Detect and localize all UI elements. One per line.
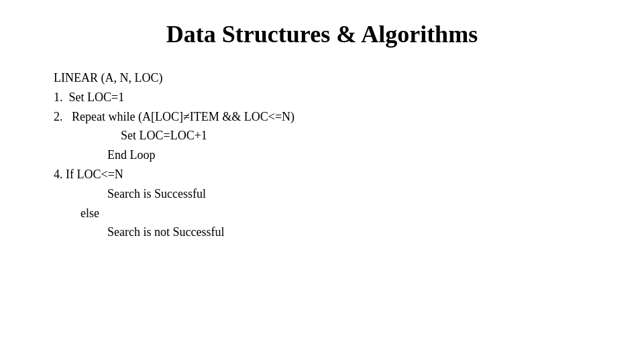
step-4: 4. If LOC<=N [54,165,590,184]
step-4-body: Search is Successful [107,184,590,204]
step-4-else: else [80,204,590,223]
step-2-body: Set LOC=LOC+1 [121,126,590,145]
step-2: 2. Repeat while (A[LOC]≠ITEM && LOC<=N) [54,107,590,127]
function-signature: LINEAR (A, N, LOC) [54,68,590,88]
page-title: Data Structures & Algorithms [54,20,590,48]
step-1: 1. Set LOC=1 [54,88,590,107]
step-2-end-loop: End Loop [107,145,590,165]
page: Data Structures & Algorithms LINEAR (A, … [0,0,644,362]
content-area: LINEAR (A, N, LOC) 1. Set LOC=1 2. Repea… [54,68,590,242]
step-4-else-body: Search is not Successful [107,223,590,242]
